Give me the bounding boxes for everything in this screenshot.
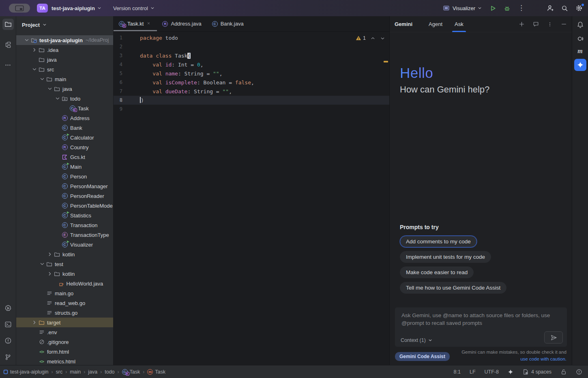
breadcrumb-item[interactable]: test-java-aiplugin bbox=[3, 369, 49, 375]
tree-item[interactable]: test-java-aiplugin ~/IdeaProj bbox=[16, 35, 113, 45]
breadcrumb-item[interactable]: main bbox=[70, 369, 81, 375]
window-layout-button[interactable] bbox=[9, 4, 30, 13]
gemini-prompt-input[interactable] bbox=[401, 311, 556, 334]
gemini-tab-ask[interactable]: Ask bbox=[453, 16, 465, 32]
analysis-warning-marker[interactable] bbox=[384, 61, 388, 62]
chevron-right-icon[interactable] bbox=[46, 271, 54, 277]
tree-item[interactable]: target bbox=[16, 318, 113, 327]
tree-item[interactable]: CK Task bbox=[16, 103, 113, 113]
code-line[interactable]: 1 package todo bbox=[114, 33, 389, 42]
tree-item[interactable]: C Bank bbox=[16, 123, 113, 133]
problems-indicator[interactable] bbox=[576, 369, 582, 375]
code-line[interactable]: 8 ) bbox=[114, 96, 389, 105]
project-panel-header[interactable]: Project bbox=[16, 16, 113, 33]
tree-item[interactable]: R Address bbox=[16, 113, 113, 123]
editor-tab[interactable]: CK Task.kt bbox=[114, 16, 157, 31]
m-plugin-button[interactable]: m bbox=[577, 47, 582, 55]
tree-item[interactable]: C Statistics bbox=[16, 210, 113, 220]
problems-tool-button[interactable] bbox=[2, 335, 14, 346]
tree-item[interactable]: .gitignore bbox=[16, 337, 113, 347]
tree-item[interactable]: src bbox=[16, 64, 113, 74]
close-tab-icon[interactable] bbox=[147, 21, 152, 26]
chevron-down-icon[interactable] bbox=[38, 261, 46, 267]
tree-item[interactable]: C Transaction bbox=[16, 220, 113, 230]
tree-item[interactable]: <> form.html bbox=[16, 347, 113, 357]
tree-item[interactable]: R Country bbox=[16, 142, 113, 152]
chevron-down-icon[interactable] bbox=[30, 67, 38, 72]
gemini-code-assist-button[interactable] bbox=[574, 59, 586, 71]
send-button[interactable] bbox=[544, 331, 563, 344]
tree-item[interactable]: C PersonReader bbox=[16, 191, 113, 201]
code-line[interactable]: 9 bbox=[114, 105, 389, 114]
file-encoding[interactable]: UTF-8 bbox=[485, 369, 499, 375]
code-line[interactable]: 4 val id: Int = 0, bbox=[114, 60, 389, 69]
tree-item[interactable]: Gcs.kt bbox=[16, 152, 113, 162]
tree-item[interactable]: C PersonTableMode bbox=[16, 201, 113, 210]
tree-item[interactable]: C Calculator bbox=[16, 133, 113, 142]
tree-item[interactable]: HelloWorld.java bbox=[16, 279, 113, 288]
chevron-down-icon[interactable] bbox=[46, 86, 54, 92]
tree-item[interactable]: E TransactionType bbox=[16, 230, 113, 240]
version-control-menu[interactable]: Version control bbox=[113, 5, 148, 11]
tree-item[interactable]: java bbox=[16, 55, 113, 64]
breadcrumb-item[interactable]: m Task bbox=[147, 369, 165, 375]
tree-item[interactable]: kotlin bbox=[16, 269, 113, 279]
tree-item[interactable]: java bbox=[16, 84, 113, 94]
prompt-suggestion-button[interactable]: Tell me how to use Gemini Code Assist bbox=[400, 282, 506, 294]
chevron-right-icon[interactable] bbox=[46, 251, 54, 257]
more-options-button[interactable] bbox=[547, 21, 553, 27]
tree-item[interactable]: .idea bbox=[16, 45, 113, 55]
tree-item[interactable]: .env bbox=[16, 327, 113, 337]
tree-item[interactable]: <> metrics.html bbox=[16, 357, 113, 365]
tree-item[interactable]: read_web.go bbox=[16, 298, 113, 308]
breadcrumb-item[interactable]: CK Task bbox=[122, 369, 140, 375]
chevron-down-icon[interactable] bbox=[23, 37, 30, 43]
code-line[interactable]: 2 bbox=[114, 42, 389, 51]
chevron-right-icon[interactable] bbox=[30, 320, 38, 325]
tree-item[interactable]: todo bbox=[16, 94, 113, 103]
tree-item[interactable]: main.go bbox=[16, 288, 113, 298]
code-line[interactable]: 3 data class Task( bbox=[114, 51, 389, 60]
inspections-widget[interactable]: 1 bbox=[356, 35, 385, 41]
project-name-menu[interactable]: test-java-aiplugin bbox=[52, 5, 95, 11]
structure-tool-button[interactable] bbox=[2, 39, 14, 50]
indent-settings[interactable]: 4 spaces bbox=[522, 369, 552, 375]
search-everywhere-button[interactable] bbox=[561, 5, 568, 12]
settings-button[interactable] bbox=[575, 4, 583, 12]
tree-item[interactable]: kotlin bbox=[16, 249, 113, 259]
prompt-suggestion-button[interactable]: Add comments to my code bbox=[400, 236, 477, 247]
chevron-down-icon[interactable] bbox=[38, 76, 46, 82]
tree-item[interactable]: main bbox=[16, 74, 113, 84]
prompt-suggestion-button[interactable]: Implement unit tests for my code bbox=[400, 251, 491, 263]
readonly-toggle[interactable] bbox=[560, 369, 567, 375]
code-with-me-button[interactable] bbox=[547, 4, 554, 12]
editor-tab[interactable]: R Address.java bbox=[157, 16, 206, 31]
chat-history-button[interactable] bbox=[533, 21, 539, 27]
tree-item[interactable]: C PersonManager bbox=[16, 181, 113, 191]
tree-item[interactable]: C Visualizer bbox=[16, 240, 113, 249]
editor-tab[interactable]: C Bank.java bbox=[207, 16, 249, 31]
use-code-with-caution-link[interactable]: use code with caution. bbox=[520, 357, 567, 361]
hide-panel-button[interactable] bbox=[561, 21, 567, 27]
code-line[interactable]: 5 val name: String = "", bbox=[114, 69, 389, 78]
project-tool-button[interactable] bbox=[2, 19, 14, 30]
version-control-tool-button[interactable] bbox=[2, 351, 14, 363]
tree-item[interactable]: C Main bbox=[16, 162, 113, 172]
previous-problem-button[interactable] bbox=[370, 36, 376, 41]
notifications-button[interactable] bbox=[577, 21, 584, 28]
prompt-suggestion-button[interactable]: Make code easier to read bbox=[400, 266, 474, 278]
new-chat-button[interactable] bbox=[519, 21, 525, 27]
caret-position[interactable]: 8:1 bbox=[454, 369, 461, 375]
tree-item[interactable]: structs.go bbox=[16, 308, 113, 318]
line-separator[interactable]: LF bbox=[470, 369, 476, 375]
more-tool-windows-button[interactable] bbox=[2, 59, 14, 71]
more-actions-button[interactable]: ⋮ bbox=[518, 5, 525, 11]
breadcrumb-item[interactable]: todo bbox=[105, 369, 114, 375]
run-tool-button[interactable] bbox=[2, 303, 14, 314]
chevron-right-icon[interactable] bbox=[30, 47, 38, 53]
next-problem-button[interactable] bbox=[380, 36, 385, 41]
terminal-tool-button[interactable] bbox=[2, 319, 14, 330]
debug-button[interactable] bbox=[504, 5, 511, 12]
context-dropdown[interactable]: Context (1) bbox=[401, 337, 433, 343]
code-line[interactable]: 6 val isComplete: Boolean = false, bbox=[114, 78, 389, 87]
